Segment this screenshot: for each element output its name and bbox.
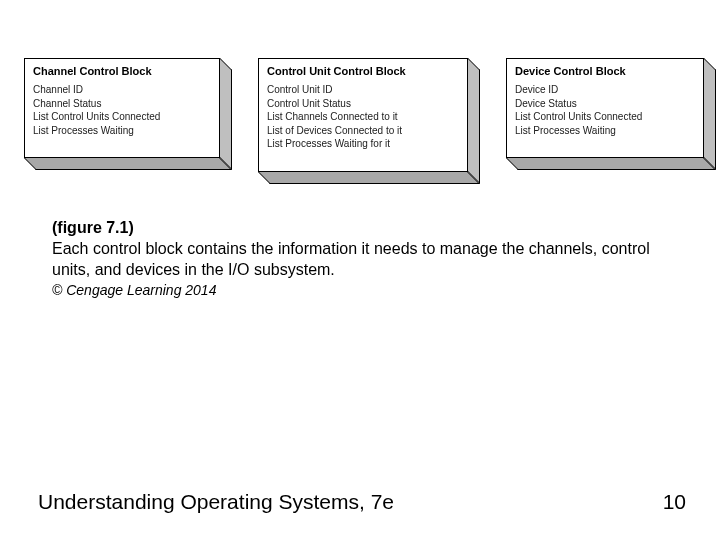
block-title: Device Control Block — [515, 65, 695, 77]
figure-label: (figure 7.1) — [52, 219, 134, 236]
control-blocks-row: Channel Control BlockChannel IDChannel S… — [24, 58, 704, 172]
figure-caption: (figure 7.1) Each control block contains… — [52, 218, 664, 280]
block-field: List Processes Waiting for it — [267, 137, 459, 151]
block-title: Control Unit Control Block — [267, 65, 459, 77]
block-field: Device ID — [515, 83, 695, 97]
block-field: Channel ID — [33, 83, 211, 97]
control-block-2: Device Control BlockDevice IDDevice Stat… — [506, 58, 704, 158]
block-field: Control Unit ID — [267, 83, 459, 97]
copyright-line: © Cengage Learning 2014 — [52, 282, 216, 298]
block-field: List Control Units Connected — [515, 110, 695, 124]
control-block-0: Channel Control BlockChannel IDChannel S… — [24, 58, 220, 158]
block-field: List Control Units Connected — [33, 110, 211, 124]
block-field: List of Devices Connected to it — [267, 124, 459, 138]
figure-caption-text: Each control block contains the informat… — [52, 240, 650, 278]
block-field: List Channels Connected to it — [267, 110, 459, 124]
block-field: List Processes Waiting — [33, 124, 211, 138]
block-title: Channel Control Block — [33, 65, 211, 77]
block-field: Channel Status — [33, 97, 211, 111]
block-field: Device Status — [515, 97, 695, 111]
footer-page-number: 10 — [663, 490, 686, 514]
block-field: Control Unit Status — [267, 97, 459, 111]
block-field: List Processes Waiting — [515, 124, 695, 138]
control-block-1: Control Unit Control BlockControl Unit I… — [258, 58, 468, 172]
footer-book-title: Understanding Operating Systems, 7e — [38, 490, 394, 514]
